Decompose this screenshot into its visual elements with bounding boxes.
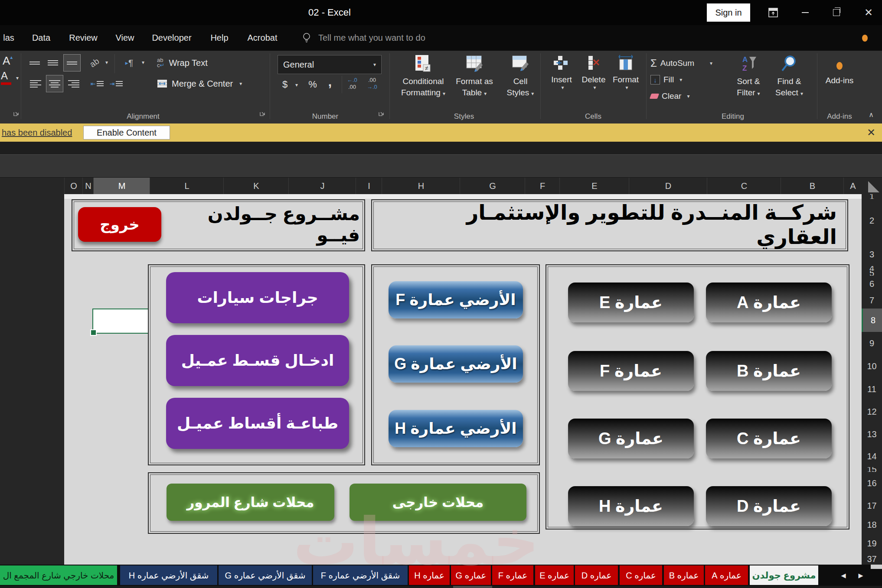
sheet-tab-ground-apartments-g[interactable]: شقق الأرضي عماره G: [219, 565, 312, 585]
column-header-a[interactable]: A: [843, 178, 862, 194]
tab-data[interactable]: Data: [27, 25, 56, 51]
column-header-o[interactable]: O: [64, 178, 83, 194]
row-header-6[interactable]: 6: [862, 276, 882, 292]
enable-content-button[interactable]: Enable Content: [83, 126, 170, 140]
row-header-18[interactable]: 18: [862, 517, 882, 533]
horizontal-scrollbar-thumb[interactable]: [453, 586, 492, 588]
column-header-e[interactable]: E: [559, 178, 629, 194]
building-c-button[interactable]: عمارة C: [706, 419, 832, 458]
row-header-3[interactable]: 3: [862, 243, 882, 266]
scrollbar-nub[interactable]: [871, 565, 882, 569]
format-as-table-button[interactable]: Format asTable▾: [451, 54, 498, 110]
sheet-tab-building-g[interactable]: عماره G: [451, 565, 491, 585]
middle-align-button[interactable]: [45, 56, 61, 70]
close-button[interactable]: ✕: [855, 0, 882, 25]
currency-format-button[interactable]: $: [279, 78, 291, 91]
column-header-k[interactable]: K: [223, 178, 289, 194]
column-header-j[interactable]: J: [288, 178, 356, 194]
find-select-button[interactable]: Find &Select▾: [768, 54, 810, 110]
ground-floor-f-button[interactable]: الأرضي عمارة F: [389, 281, 523, 318]
ribbon-display-options-button[interactable]: [760, 0, 787, 25]
tab-developer[interactable]: Developer: [149, 25, 194, 51]
building-h-button[interactable]: عمارة H: [568, 486, 694, 526]
active-cell-m8[interactable]: [92, 309, 150, 334]
sheet-tab-building-a[interactable]: عماره A: [705, 565, 748, 585]
building-d-button[interactable]: عمارة D: [706, 486, 832, 526]
chevron-down-icon[interactable]: ▾: [105, 59, 108, 65]
sheet-tab-building-h[interactable]: عماره H: [409, 565, 450, 585]
row-header-12[interactable]: 12: [862, 400, 882, 424]
format-cells-button[interactable]: Format ▾: [610, 54, 642, 110]
increase-decimal-button[interactable]: ←.0.00: [347, 77, 357, 91]
tell-me-box[interactable]: Tell me what you want to do: [317, 25, 447, 51]
row-header-7[interactable]: 7: [862, 292, 882, 309]
collapse-ribbon-button[interactable]: ∧: [863, 108, 879, 121]
row-header-37[interactable]: 37: [862, 554, 882, 565]
building-g-button[interactable]: عمارة G: [568, 419, 694, 458]
cell-styles-button[interactable]: CellStyles▾: [497, 54, 544, 110]
fill-button[interactable]: ↓ Fill ▾: [650, 73, 682, 86]
ground-floor-g-button[interactable]: الأرضي عمارة G: [389, 345, 523, 383]
building-f-button[interactable]: عمارة F: [568, 351, 694, 391]
row-header-17[interactable]: 17: [862, 495, 882, 517]
sheet-tab-building-b[interactable]: عماره B: [664, 565, 704, 585]
sign-in-button[interactable]: Sign in: [707, 3, 750, 22]
clear-button[interactable]: Clear ▾: [650, 90, 689, 103]
sheet-tab-building-d[interactable]: عماره D: [575, 565, 618, 585]
tab-help[interactable]: Help: [207, 25, 232, 51]
column-header-b[interactable]: B: [781, 178, 844, 194]
sheet-tab-ground-apartments-h[interactable]: شقق الأرضي عماره H: [120, 565, 217, 585]
chevron-down-icon[interactable]: ▾: [16, 75, 19, 81]
increase-indent-button[interactable]: ⇥: [108, 75, 125, 92]
sheet-tab-building-f[interactable]: عماره F: [492, 565, 533, 585]
minimize-button[interactable]: [792, 0, 819, 25]
row-header-13[interactable]: 13: [862, 423, 882, 446]
column-header-n[interactable]: N: [82, 178, 94, 194]
addins-button[interactable]: Add-ins: [822, 54, 857, 85]
sheet-tab-external-shops-street[interactable]: محلات خارجي شارع المجمع ال: [0, 565, 117, 585]
align-left-button[interactable]: [27, 75, 44, 92]
disabled-content-link[interactable]: has been disabled: [2, 123, 72, 142]
delete-cells-button[interactable]: Delete ▾: [578, 54, 610, 110]
tab-view[interactable]: View: [112, 25, 138, 51]
column-header-i[interactable]: I: [356, 178, 382, 194]
print-client-installments-button[interactable]: طباعـة أقساط عميـل: [166, 398, 349, 449]
merge-center-button[interactable]: Merge & Center ▾: [157, 75, 242, 92]
top-align-button[interactable]: [27, 56, 42, 70]
car-garages-button[interactable]: جراجات سيارات: [166, 272, 349, 323]
alignment-dialog-launcher[interactable]: [259, 110, 266, 117]
row-header-9[interactable]: 9: [862, 332, 882, 355]
percent-format-button[interactable]: %: [306, 78, 319, 91]
exit-button[interactable]: خروج: [78, 207, 161, 242]
comma-format-button[interactable]: ,: [324, 75, 336, 89]
formula-bar[interactable]: ▾: [0, 154, 882, 178]
decrease-decimal-button[interactable]: .00→.0: [367, 77, 377, 91]
align-center-button[interactable]: [46, 75, 63, 92]
sort-filter-button[interactable]: AZ Sort &Filter▾: [728, 54, 769, 110]
column-header-c[interactable]: C: [707, 178, 781, 194]
decrease-indent-button[interactable]: ⇤: [88, 75, 106, 92]
font-color-button[interactable]: A: [1, 70, 11, 85]
chevron-down-icon[interactable]: ▾: [142, 59, 144, 65]
row-header-16[interactable]: 16: [862, 472, 882, 495]
increase-font-size-button[interactable]: A▴: [3, 54, 13, 68]
insert-cells-button[interactable]: Insert ▾: [546, 54, 578, 110]
tab-acrobat[interactable]: Acrobat: [244, 25, 281, 51]
building-e-button[interactable]: عمارة E: [568, 283, 694, 322]
row-header-14[interactable]: 14: [862, 445, 882, 468]
sheet-tab-building-c[interactable]: عماره C: [620, 565, 662, 585]
column-header-g[interactable]: G: [460, 178, 525, 194]
sheet-tab-building-e[interactable]: عماره E: [535, 565, 574, 585]
column-header-h[interactable]: H: [382, 178, 460, 194]
font-dialog-launcher[interactable]: [13, 110, 20, 117]
message-bar-close-button[interactable]: ✕: [864, 126, 879, 139]
chevron-down-icon[interactable]: ▾: [295, 82, 298, 88]
bottom-align-button[interactable]: [63, 54, 81, 71]
next-sheet-button[interactable]: ▸: [853, 565, 868, 585]
wrap-text-button[interactable]: abc↵ Wrap Text: [157, 54, 208, 71]
orientation-button[interactable]: ab: [83, 52, 106, 74]
building-a-button[interactable]: عمارة A: [706, 283, 832, 322]
column-header-m-selected[interactable]: M: [93, 178, 150, 195]
column-header-d[interactable]: D: [629, 178, 707, 194]
number-format-dropdown[interactable]: General ▾: [278, 55, 382, 74]
